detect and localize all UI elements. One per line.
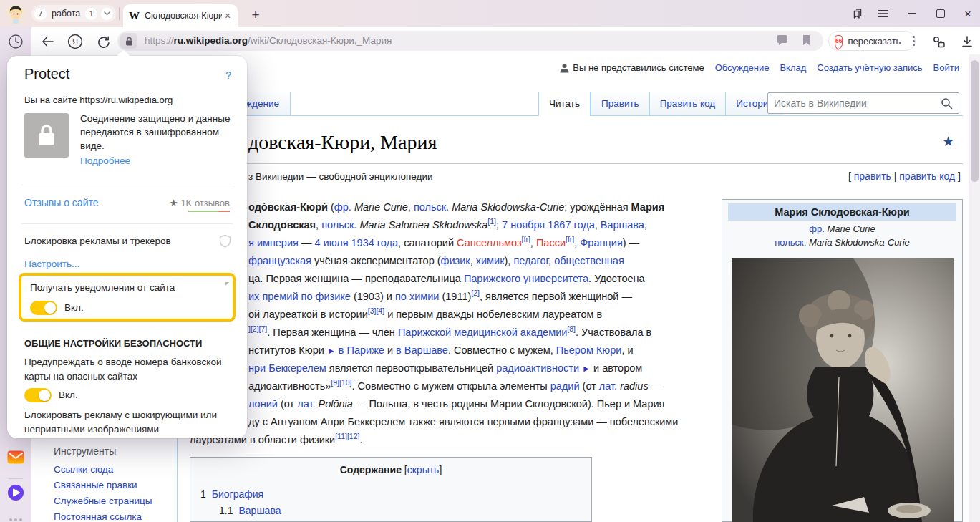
- toc-header[interactable]: Содержание [скрыть]: [190, 464, 591, 475]
- minimize-icon: [908, 13, 916, 14]
- infobox-title: Мария Склодовская-Кюри: [728, 203, 956, 221]
- svg-text:Я: Я: [72, 37, 78, 46]
- maximize-icon: [936, 9, 945, 18]
- search-icon[interactable]: [941, 97, 953, 112]
- address-bar[interactable]: https://ru.wikipedia.org/wiki/Склодовска…: [117, 31, 823, 51]
- tab-group[interactable]: 7 работа 1: [31, 5, 116, 22]
- toc-link[interactable]: Варшава: [238, 505, 281, 516]
- sidebar-divider: [9, 478, 23, 479]
- retell-button[interactable]: 66 пересказать: [828, 31, 916, 51]
- card-warning-toggle[interactable]: [24, 388, 52, 402]
- site-security-chip[interactable]: [120, 33, 137, 49]
- hamburger-icon: [878, 9, 889, 18]
- toc-item-warsaw[interactable]: 1.1Варшава: [219, 505, 281, 516]
- sidebar-link-special[interactable]: Служебные страницы: [54, 496, 152, 506]
- alice-icon: [7, 484, 24, 501]
- sidebar-link-related[interactable]: Связанные правки: [54, 480, 137, 490]
- wikipedia-favicon: W: [129, 10, 140, 22]
- notifications-toggle[interactable]: [30, 301, 57, 315]
- page-scrollbar[interactable]: [969, 54, 980, 522]
- url-text: https://ru.wikipedia.org/wiki/Склодовска…: [145, 31, 392, 51]
- url-path: /wiki/Склодовская-Кюри,_Мария: [248, 35, 392, 46]
- card-warning-label: Предупреждать о вводе номера банковской …: [24, 355, 228, 384]
- portrait-photo[interactable]: [732, 258, 954, 522]
- downloads-button[interactable]: [959, 34, 975, 49]
- comments-button[interactable]: [776, 34, 789, 47]
- protect-site-line: Вы на сайте https://ru.wikipedia.org: [24, 95, 173, 105]
- lock-icon: [125, 37, 133, 46]
- reload-button[interactable]: [96, 34, 112, 49]
- tab-title: Склодовская-Кюри, Ма: [145, 11, 222, 21]
- scrollbar-thumb[interactable]: [971, 60, 979, 182]
- tab-edit[interactable]: Править: [591, 92, 649, 115]
- watch-star-icon[interactable]: ★: [942, 133, 954, 150]
- bookmark-icon: [802, 34, 811, 46]
- mail-button[interactable]: [7, 448, 24, 465]
- notifications-highlight-box: Получать уведомления от сайта Вкл.: [19, 273, 236, 322]
- personal-link-create-account[interactable]: Создать учётную запись: [817, 62, 922, 73]
- menu-button[interactable]: [875, 6, 892, 21]
- maximize-button[interactable]: [932, 6, 949, 21]
- active-tab[interactable]: W Склодовская-Кюри, Ма ×: [123, 4, 238, 27]
- toc-link[interactable]: Биография: [212, 488, 263, 500]
- toc-item-biography[interactable]: 1Биография: [200, 488, 263, 500]
- alice-button[interactable]: [7, 484, 24, 501]
- sidebar-tools-header: Инструменты: [54, 445, 116, 457]
- edit-links[interactable]: [ править | править код ]: [848, 170, 961, 182]
- shield-icon: [219, 234, 231, 250]
- tab-group-count: 7: [34, 8, 47, 20]
- protect-popup: Protect ? Вы на сайте https://ru.wikiped…: [7, 56, 247, 438]
- protect-help-link[interactable]: ?: [225, 69, 231, 81]
- sidebar-link-whatlinkshere[interactable]: Ссылки сюда: [54, 464, 113, 475]
- reviews-rating-bar: [188, 211, 230, 212]
- passwords-button[interactable]: [931, 34, 946, 49]
- configure-link[interactable]: Настроить...: [24, 258, 79, 269]
- comment-icon: [776, 34, 788, 45]
- personal-link-login[interactable]: Войти: [933, 62, 959, 73]
- toolbar: Я https://ru.wikipedia.org/wiki/Склодовс…: [31, 27, 980, 54]
- sidebar-link-permanent[interactable]: Постоянная ссылка: [54, 511, 142, 522]
- secure-connection-text: Соединение защищено и данные передаются …: [80, 112, 234, 153]
- tab-edit-source[interactable]: Править код: [649, 92, 726, 115]
- retell-more-icon[interactable]: [913, 36, 915, 46]
- minimize-button[interactable]: [903, 6, 921, 21]
- tab-group-chevron[interactable]: [101, 8, 113, 20]
- bookmark-button[interactable]: [802, 34, 815, 47]
- tab-close-icon[interactable]: ×: [225, 10, 231, 21]
- reviews-count-label: 1K отзывов: [180, 198, 230, 208]
- browser-window: 7 работа 1 W Склодовская-Кюри, Ма × +: [0, 0, 980, 522]
- adblock-label: Блокировка рекламы и трекеров: [24, 236, 203, 246]
- personal-link-talk[interactable]: Обсуждение: [715, 62, 770, 73]
- infobox-caption-pl: польск. Maria Skłodowska-Curie: [722, 237, 962, 248]
- url-scheme: https://: [145, 35, 174, 46]
- personal-link-contrib[interactable]: Вклад: [780, 62, 806, 73]
- tab-group-badge: 1: [85, 8, 97, 20]
- tab-strip: 7 работа 1 W Склодовская-Кюри, Ма × +: [0, 0, 980, 27]
- user-icon: [560, 63, 569, 73]
- back-button[interactable]: [40, 34, 56, 49]
- search-input[interactable]: [768, 93, 944, 113]
- tab-group-label: работа: [50, 9, 82, 19]
- anonymous-user: Вы не представились системе: [560, 62, 704, 73]
- table-of-contents: Содержание [скрыть] 1Биография 1.1Варшав…: [190, 457, 592, 522]
- profile-avatar[interactable]: [6, 4, 26, 24]
- url-host: ru.wikipedia.org: [174, 35, 248, 46]
- details-link[interactable]: Подробнее: [80, 155, 130, 166]
- history-button[interactable]: [7, 33, 24, 50]
- secure-lock-tile: [24, 113, 69, 158]
- sidebar-more-button[interactable]: [7, 511, 24, 522]
- site-reviews-link[interactable]: Отзывы о сайте: [24, 197, 99, 208]
- article-paragraph: одо́вская-Кюри́ (фр. Marie Curie, польск…: [190, 198, 678, 449]
- new-tab-button[interactable]: +: [246, 6, 265, 24]
- side-panels-button[interactable]: [848, 6, 865, 21]
- star-icon: ★: [170, 198, 178, 208]
- close-button[interactable]: ×: [959, 6, 976, 21]
- reload-icon: [97, 35, 110, 48]
- yandex-button[interactable]: Я: [67, 34, 83, 49]
- security-section-header: ОБЩИЕ НАСТРОЙКИ БЕЗОПАСНОСТИ: [24, 338, 202, 349]
- shock-ads-label: Блокировать рекламу с шокирующими или не…: [24, 408, 232, 437]
- protect-title: Protect: [24, 66, 69, 82]
- wiki-search[interactable]: [767, 92, 959, 114]
- tab-read[interactable]: Читать: [538, 92, 591, 116]
- lock-icon: [37, 124, 56, 147]
